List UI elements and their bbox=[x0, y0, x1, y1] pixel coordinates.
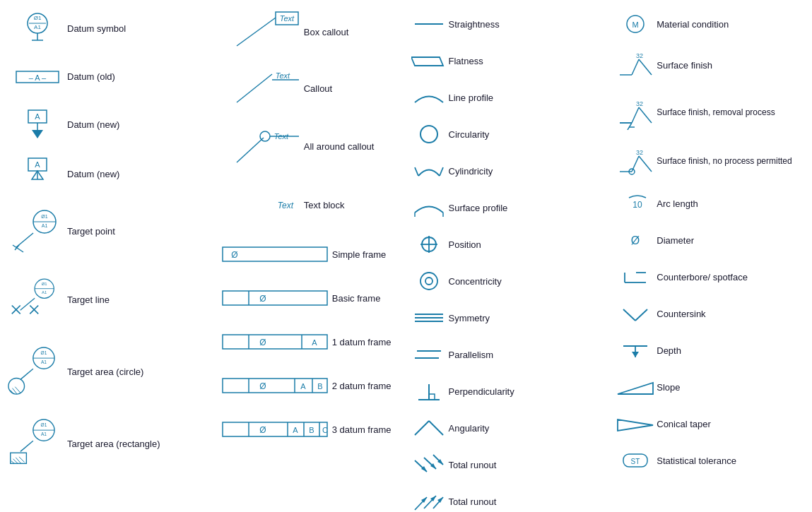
svg-text:Ø: Ø bbox=[260, 338, 266, 347]
symbol-datum-new1: A bbox=[7, 107, 67, 142]
item-perpendicularity: Perpendicularity bbox=[410, 378, 601, 405]
item-surface-profile: Surface profile bbox=[410, 194, 601, 221]
item-line-profile: Line profile bbox=[410, 84, 601, 111]
symbol-symmetry bbox=[410, 307, 449, 328]
item-surface-finish: 32 Surface finish bbox=[614, 47, 805, 83]
item-three-datum-frame: Ø A B C 3 datum frame bbox=[219, 415, 396, 443]
symbol-target-point: Ø1 A1 bbox=[7, 206, 67, 256]
svg-marker-89 bbox=[411, 57, 443, 66]
item-countersink: Countersink bbox=[614, 300, 805, 327]
label-material-condition: Material condition bbox=[657, 19, 805, 30]
symbol-line-profile bbox=[410, 87, 449, 108]
item-cylindricity: Cylindricity bbox=[410, 157, 601, 184]
label-datum-new1: Datum (new) bbox=[67, 119, 205, 130]
item-all-around-callout: Text All around callout bbox=[219, 124, 396, 169]
item-surface-finish-no-process: 32 Surface finish, no process permitted bbox=[614, 141, 805, 180]
svg-line-149 bbox=[623, 309, 635, 321]
item-conical-taper: Conical taper bbox=[614, 410, 805, 437]
label-surface-finish-no-process: Surface finish, no process permitted bbox=[657, 156, 805, 166]
item-flatness: Flatness bbox=[410, 47, 601, 74]
svg-text:Ø1: Ø1 bbox=[41, 422, 47, 427]
item-simple-frame: Ø Simple frame bbox=[219, 240, 396, 268]
svg-text:Text: Text bbox=[277, 201, 293, 210]
symbol-position bbox=[410, 233, 449, 256]
svg-text:Ø: Ø bbox=[260, 425, 266, 435]
main-page: Ø1 A1 Datum symbol – A – Datum (old) bbox=[0, 0, 812, 512]
label-parallelism: Parallelism bbox=[449, 350, 601, 360]
symbol-total-runout2 bbox=[410, 490, 449, 512]
label-depth: Depth bbox=[657, 345, 805, 356]
svg-text:A: A bbox=[312, 338, 318, 347]
svg-text:A: A bbox=[35, 160, 40, 169]
svg-text:A: A bbox=[293, 426, 299, 434]
item-parallelism: Parallelism bbox=[410, 341, 601, 368]
label-total-runout2: Total runout bbox=[449, 496, 601, 507]
item-circularity: Circularity bbox=[410, 121, 601, 148]
symbol-callout: Text bbox=[219, 67, 304, 109]
svg-line-133 bbox=[632, 107, 639, 123]
item-arc-length: 10 Arc length bbox=[614, 190, 805, 217]
symbol-simple-frame: Ø bbox=[219, 243, 332, 266]
symbol-angularity bbox=[410, 417, 449, 439]
svg-line-50 bbox=[19, 457, 25, 463]
item-concentricity: Concentricity bbox=[410, 268, 601, 294]
svg-text:A: A bbox=[301, 382, 307, 391]
label-simple-frame: Simple frame bbox=[332, 249, 396, 260]
svg-marker-153 bbox=[632, 352, 639, 357]
svg-text:A1: A1 bbox=[41, 431, 47, 436]
label-diameter: Diameter bbox=[657, 235, 805, 246]
symbol-text-block: Text bbox=[219, 191, 304, 219]
item-total-runout1: Total runout bbox=[410, 451, 601, 478]
label-symmetry: Symmetry bbox=[449, 313, 601, 323]
svg-line-51 bbox=[237, 18, 276, 46]
svg-text:Ø1: Ø1 bbox=[41, 214, 47, 219]
symbol-two-datum-frame: Ø A B bbox=[219, 374, 332, 397]
svg-text:B: B bbox=[310, 426, 314, 434]
symbol-parallelism bbox=[410, 344, 449, 365]
item-straightness: Straightness bbox=[410, 11, 601, 37]
item-depth: Depth bbox=[614, 337, 805, 364]
svg-line-108 bbox=[415, 421, 429, 435]
symbol-countersink bbox=[614, 302, 657, 325]
symbol-three-datum-frame: Ø A B C bbox=[219, 418, 332, 441]
label-total-runout1: Total runout bbox=[449, 460, 601, 470]
svg-text:A: A bbox=[35, 112, 40, 121]
symbol-surface-finish-removal: 32 bbox=[614, 95, 657, 130]
symbol-target-area-rect: Ø1 A1 bbox=[7, 415, 67, 472]
svg-text:Text: Text bbox=[276, 71, 290, 80]
label-perpendicularity: Perpendicularity bbox=[449, 386, 601, 397]
label-target-area-rect: Target area (rectangle) bbox=[67, 439, 205, 449]
svg-line-57 bbox=[237, 138, 264, 162]
item-statistical-tolerance: ST Statistical tolerance bbox=[614, 447, 805, 474]
symbol-total-runout1 bbox=[410, 453, 449, 476]
svg-line-134 bbox=[639, 107, 652, 123]
label-counterbore: Counterbore/ spotface bbox=[657, 272, 805, 282]
label-callout: Callout bbox=[304, 83, 396, 94]
item-target-area-rect: Ø1 A1 Target area (rectangle) bbox=[7, 415, 205, 472]
label-line-profile: Line profile bbox=[449, 93, 601, 103]
svg-rect-62 bbox=[223, 247, 327, 261]
svg-point-99 bbox=[425, 278, 433, 285]
svg-line-141 bbox=[639, 156, 652, 172]
svg-text:Text: Text bbox=[280, 14, 295, 23]
label-circularity: Circularity bbox=[449, 129, 601, 140]
svg-line-129 bbox=[632, 59, 639, 75]
svg-marker-154 bbox=[618, 383, 653, 394]
symbol-target-area-circle: Ø1 A1 bbox=[7, 343, 67, 400]
svg-text:Ø: Ø bbox=[631, 234, 640, 246]
svg-text:Ø1: Ø1 bbox=[41, 350, 47, 355]
label-two-datum-frame: 2 datum frame bbox=[332, 381, 396, 391]
item-angularity: Angularity bbox=[410, 415, 601, 441]
symbol-slope bbox=[614, 376, 657, 398]
svg-text:Ø: Ø bbox=[232, 250, 238, 260]
label-position: Position bbox=[449, 239, 601, 250]
item-material-condition: M Material condition bbox=[614, 11, 805, 37]
svg-line-130 bbox=[639, 59, 652, 75]
item-datum-old: – A – Datum (old) bbox=[7, 59, 205, 94]
label-target-line: Target line bbox=[67, 294, 205, 305]
symbol-material-condition: M bbox=[614, 13, 657, 35]
symbol-target-line: Ø1 A1 bbox=[7, 271, 67, 328]
label-surface-finish: Surface finish bbox=[657, 60, 805, 71]
item-counterbore: Counterbore/ spotface bbox=[614, 263, 805, 290]
item-total-runout2: Total runout bbox=[410, 488, 601, 512]
